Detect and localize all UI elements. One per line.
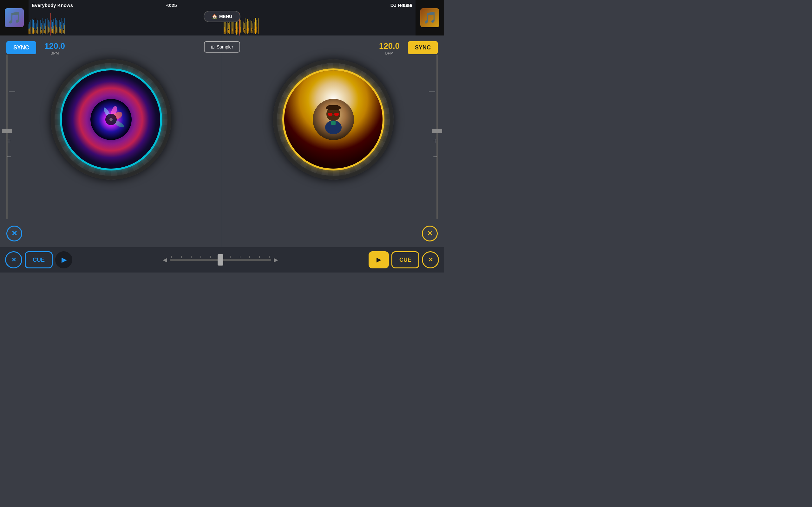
top-bar: 🎵 Everybody Knows -0:25 DJ House -0:55 🏠…	[0, 0, 444, 36]
svg-rect-79	[54, 28, 54, 33]
play-button-right[interactable]: ▶	[368, 251, 389, 268]
play-button-left[interactable]: ▶	[55, 251, 72, 268]
svg-rect-20	[44, 23, 45, 29]
svg-rect-37	[58, 23, 58, 29]
svg-rect-153	[233, 29, 233, 34]
svg-rect-171	[247, 29, 247, 33]
left-x-button[interactable]: ✕	[6, 226, 22, 241]
left-pitch-plus[interactable]: +	[7, 137, 11, 145]
bottom-x-right-button[interactable]: ✕	[422, 251, 439, 268]
svg-rect-85	[59, 26, 59, 34]
svg-rect-7	[34, 23, 35, 29]
right-track-art[interactable]: 🎵	[415, 0, 444, 36]
svg-rect-158	[236, 25, 237, 34]
svg-rect-72	[49, 26, 49, 33]
sync-button-left[interactable]: SYNC	[6, 41, 36, 54]
right-deck: SYNC 120.0 BPM — + −	[222, 36, 444, 247]
svg-rect-27	[50, 23, 50, 29]
svg-rect-157	[236, 30, 236, 33]
sampler-button[interactable]: ⊞ Sampler	[204, 41, 240, 53]
svg-rect-152	[232, 27, 232, 34]
svg-rect-198	[334, 113, 339, 116]
svg-rect-164	[241, 29, 241, 33]
sampler-grid-icon: ⊞	[211, 44, 215, 49]
left-pitch-minus-top: —	[9, 88, 15, 95]
right-pitch-minus[interactable]: −	[433, 153, 437, 161]
bottom-bar: ✕ CUE ▶ ◀ ▶ ▶ CUE	[0, 247, 444, 273]
left-track-art[interactable]: 🎵	[0, 0, 29, 36]
left-vinyl	[62, 70, 160, 169]
svg-rect-66	[44, 29, 44, 33]
svg-rect-65	[43, 26, 43, 34]
left-slider-handle[interactable]	[2, 129, 12, 133]
svg-rect-60	[39, 26, 39, 34]
svg-rect-181	[255, 29, 255, 33]
left-bpm-display: 120.0 BPM	[44, 41, 65, 55]
svg-rect-179	[253, 26, 253, 34]
svg-rect-30	[52, 22, 53, 30]
svg-rect-92	[64, 25, 65, 34]
menu-button[interactable]: 🏠 MENU	[204, 11, 241, 22]
svg-rect-63	[41, 30, 42, 33]
crossfader-track[interactable]	[170, 259, 271, 261]
left-bpm-value: 120.0	[44, 41, 65, 51]
right-pitch-plus[interactable]: +	[433, 137, 437, 145]
svg-rect-173	[248, 28, 249, 33]
left-track-title: Everybody Knows	[32, 3, 73, 8]
svg-rect-146	[227, 26, 227, 34]
right-x-button[interactable]: ✕	[422, 226, 438, 241]
left-waveform-svg	[29, 13, 222, 36]
svg-rect-56	[36, 29, 36, 34]
crossfader-left-arrow[interactable]: ◀	[160, 257, 170, 263]
right-slider-handle[interactable]	[432, 129, 442, 133]
left-pitch-minus[interactable]: −	[7, 153, 11, 161]
svg-rect-62	[41, 27, 41, 34]
svg-rect-182	[255, 25, 256, 34]
svg-rect-167	[244, 28, 244, 32]
svg-rect-147	[228, 28, 228, 34]
svg-rect-49	[30, 27, 31, 34]
svg-rect-83	[57, 28, 57, 33]
svg-rect-84	[58, 31, 58, 33]
crossfader-handle[interactable]	[217, 254, 223, 266]
svg-rect-150	[230, 29, 230, 34]
right-bpm-label: BPM	[385, 51, 393, 55]
play-right-icon: ▶	[376, 257, 381, 263]
svg-rect-151	[231, 31, 231, 33]
cue-button-left[interactable]: CUE	[25, 251, 53, 268]
svg-rect-47	[29, 29, 29, 34]
svg-rect-91	[63, 30, 64, 33]
right-turntable-outer	[273, 59, 394, 180]
right-bpm-value: 120.0	[379, 41, 400, 51]
svg-rect-145	[226, 30, 226, 33]
svg-rect-109	[234, 22, 235, 30]
svg-rect-172	[247, 26, 248, 34]
svg-rect-23	[47, 22, 47, 29]
bottom-x-left-button[interactable]: ✕	[5, 251, 22, 268]
svg-rect-160	[238, 29, 238, 33]
svg-rect-184	[257, 28, 257, 33]
crossfader-right-arrow[interactable]: ▶	[271, 257, 281, 263]
svg-rect-44	[63, 23, 64, 29]
svg-rect-81	[55, 25, 56, 34]
svg-rect-90	[63, 28, 63, 33]
x-right-icon: ✕	[428, 257, 433, 263]
svg-rect-102	[229, 23, 229, 29]
cue-button-right[interactable]: CUE	[392, 251, 419, 268]
svg-rect-203	[328, 105, 339, 109]
x-left-icon: ✕	[11, 257, 16, 263]
svg-rect-105	[231, 23, 231, 29]
left-turntable[interactable]	[51, 59, 171, 180]
svg-rect-67	[44, 31, 45, 33]
svg-rect-170	[246, 27, 246, 33]
svg-rect-59	[38, 29, 38, 34]
svg-rect-74	[50, 30, 50, 33]
svg-rect-169	[245, 25, 246, 34]
svg-rect-53	[33, 28, 34, 34]
svg-rect-141	[223, 29, 223, 34]
right-turntable[interactable]	[273, 59, 394, 180]
svg-rect-99	[226, 23, 226, 30]
waveform-section: Everybody Knows -0:25 DJ House -0:55 🏠 M…	[29, 0, 415, 36]
sync-button-right[interactable]: SYNC	[408, 41, 438, 54]
svg-rect-176	[251, 26, 251, 33]
